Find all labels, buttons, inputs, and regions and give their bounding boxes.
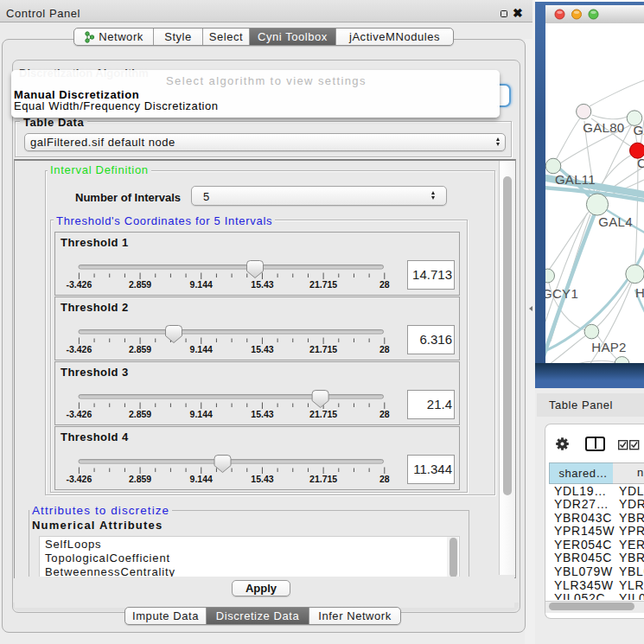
svg-text:9.144: 9.144 <box>190 409 213 419</box>
svg-text:28: 28 <box>379 474 390 484</box>
svg-text:9.144: 9.144 <box>190 279 213 290</box>
svg-text:GAL4: GAL4 <box>598 214 633 229</box>
svg-text:28: 28 <box>379 409 390 419</box>
svg-text:GA: GA <box>634 123 644 137</box>
svg-text:28: 28 <box>379 279 390 290</box>
svg-text:21.715: 21.715 <box>309 474 337 484</box>
svg-text:9.144: 9.144 <box>190 474 213 484</box>
svg-text:2.859: 2.859 <box>129 344 151 354</box>
svg-text:GCY1: GCY1 <box>545 286 578 301</box>
svg-text:HAP2: HAP2 <box>591 340 626 354</box>
svg-text:15.43: 15.43 <box>251 474 273 484</box>
svg-text:-3.426: -3.426 <box>67 474 92 484</box>
svg-text:-3.426: -3.426 <box>67 409 92 419</box>
svg-text:28: 28 <box>379 344 390 354</box>
svg-text:2.859: 2.859 <box>129 474 151 484</box>
svg-text:21.715: 21.715 <box>309 409 337 419</box>
svg-text:15.43: 15.43 <box>251 409 273 419</box>
svg-text:15.43: 15.43 <box>251 344 273 354</box>
svg-text:2.859: 2.859 <box>129 409 151 419</box>
svg-text:GAL11: GAL11 <box>555 172 596 187</box>
svg-text:9.144: 9.144 <box>190 344 213 354</box>
svg-text:21.715: 21.715 <box>309 279 337 290</box>
svg-text:15.43: 15.43 <box>251 279 273 290</box>
svg-text:H: H <box>635 285 644 300</box>
svg-text:2.859: 2.859 <box>129 279 151 290</box>
svg-text:-3.426: -3.426 <box>67 279 92 290</box>
svg-text:-3.426: -3.426 <box>67 344 92 354</box>
svg-text:GAL80: GAL80 <box>583 120 624 135</box>
svg-text:C: C <box>637 156 644 170</box>
svg-text:21.715: 21.715 <box>309 344 337 354</box>
